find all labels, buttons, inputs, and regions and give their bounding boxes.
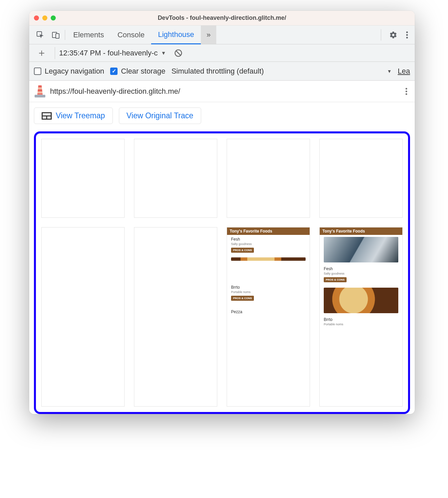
- legacy-navigation-checkbox[interactable]: Legacy navigation: [34, 67, 104, 76]
- filmstrip-grid: Tony's Favorite Foods Fesh Salty goodnes…: [41, 139, 403, 407]
- filmstrip-frame[interactable]: [41, 139, 125, 218]
- panel-tabs: Elements Console Lighthouse »: [66, 26, 216, 44]
- filmstrip-frame[interactable]: [41, 227, 125, 407]
- food-subtitle: Portable noms: [231, 290, 306, 294]
- titlebar: DevTools - foul-heavenly-direction.glitc…: [29, 11, 415, 26]
- clear-all-icon[interactable]: [174, 49, 183, 57]
- clear-storage-checkbox[interactable]: ✓ Clear storage: [110, 67, 165, 76]
- svg-rect-2: [56, 34, 59, 38]
- svg-point-8: [406, 88, 407, 89]
- thumbnail-header: Tony's Favorite Foods: [320, 227, 402, 235]
- report-actions-row: View Treemap View Original Trace: [29, 102, 415, 124]
- maximize-window-button[interactable]: [51, 15, 56, 20]
- new-report-button[interactable]: ＋: [33, 46, 51, 60]
- food-name: Pezza: [231, 309, 306, 314]
- food-name: Fesh: [324, 266, 398, 271]
- filmstrip-frame[interactable]: [319, 139, 403, 218]
- tab-elements[interactable]: Elements: [66, 26, 111, 44]
- lighthouse-icon: [35, 85, 45, 97]
- svg-point-10: [406, 93, 407, 95]
- food-name: Fesh: [231, 237, 306, 242]
- svg-point-5: [406, 37, 408, 38]
- food-image: [324, 237, 398, 262]
- close-window-button[interactable]: [34, 15, 39, 20]
- checkbox-checked-icon: ✓: [110, 68, 118, 75]
- svg-point-3: [406, 31, 408, 33]
- view-treemap-button[interactable]: View Treemap: [34, 108, 113, 124]
- view-original-trace-label: View Original Trace: [127, 111, 193, 120]
- thumbnail-header: Tony's Favorite Foods: [227, 227, 310, 235]
- divider: [381, 29, 381, 41]
- tab-lighthouse[interactable]: Lighthouse: [151, 26, 201, 44]
- report-dropdown-label: 12:35:47 PM - foul-heavenly-c: [59, 49, 158, 57]
- checkbox-unchecked-icon: [34, 68, 41, 75]
- divider: [55, 47, 55, 59]
- food-subtitle: Salty goodness: [324, 272, 398, 275]
- minimize-window-button[interactable]: [42, 15, 47, 20]
- pros-cons-button: PROS & CONS: [231, 248, 254, 253]
- devtools-window: DevTools - foul-heavenly-direction.glitc…: [29, 11, 415, 414]
- pros-cons-button: PROS & CONS: [231, 296, 254, 301]
- settings-gear-icon[interactable]: [386, 29, 401, 41]
- view-treemap-label: View Treemap: [56, 111, 105, 120]
- device-toolbar-icon[interactable]: [48, 29, 63, 41]
- clear-storage-label: Clear storage: [121, 67, 165, 76]
- window-title: DevTools - foul-heavenly-direction.glitc…: [29, 14, 415, 22]
- pros-cons-button: PROS & CONS: [324, 277, 347, 282]
- more-tabs-button[interactable]: »: [201, 26, 216, 44]
- filmstrip-frame[interactable]: Tony's Favorite Foods Fesh Salty goodnes…: [227, 227, 310, 407]
- chevron-down-icon[interactable]: ▼: [387, 69, 392, 74]
- chevron-down-icon: ▼: [161, 50, 166, 56]
- view-original-trace-button[interactable]: View Original Trace: [119, 108, 201, 124]
- audited-url: https://foul-heavenly-direction.glitch.m…: [50, 87, 180, 96]
- svg-point-4: [406, 34, 408, 36]
- food-name: Brrto: [324, 317, 398, 322]
- traffic-lights: [34, 15, 56, 20]
- treemap-icon: [42, 112, 52, 120]
- filmstrip-highlight: Tony's Favorite Foods Fesh Salty goodnes…: [34, 131, 410, 414]
- divider: [65, 30, 65, 40]
- tab-console[interactable]: Console: [111, 26, 151, 44]
- food-subtitle: Portable noms: [324, 323, 398, 326]
- filmstrip-frame[interactable]: [134, 139, 217, 218]
- filmstrip-frame[interactable]: [134, 227, 217, 407]
- food-name: Brrto: [231, 285, 306, 290]
- inspect-element-icon[interactable]: [33, 29, 48, 41]
- more-options-kebab-icon[interactable]: [403, 29, 411, 41]
- lighthouse-options-bar: Legacy navigation ✓ Clear storage Simula…: [29, 62, 415, 81]
- lighthouse-topbar: ＋ 12:35:47 PM - foul-heavenly-c ▼: [29, 44, 415, 62]
- filmstrip-frame[interactable]: Tony's Favorite Foods Fesh Salty goodnes…: [319, 227, 403, 407]
- filmstrip-frame[interactable]: [227, 139, 310, 218]
- devtools-tab-toolbar: Elements Console Lighthouse »: [29, 26, 415, 44]
- learn-link[interactable]: Lea: [398, 67, 410, 76]
- food-image: [324, 288, 398, 313]
- throttling-label: Simulated throttling (default): [171, 67, 264, 76]
- report-dropdown[interactable]: 12:35:47 PM - foul-heavenly-c ▼: [59, 49, 166, 57]
- audited-url-row: https://foul-heavenly-direction.glitch.m…: [29, 81, 415, 102]
- legacy-navigation-label: Legacy navigation: [45, 67, 104, 76]
- svg-line-7: [176, 51, 181, 55]
- food-subtitle: Salty goodness: [231, 242, 306, 246]
- food-image-placeholder: [231, 257, 306, 261]
- report-options-kebab-icon[interactable]: [403, 87, 409, 95]
- svg-point-9: [406, 90, 407, 92]
